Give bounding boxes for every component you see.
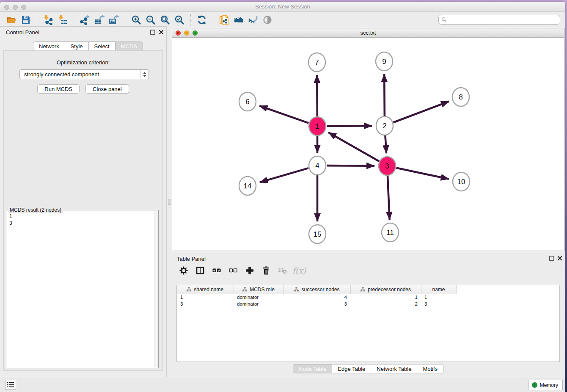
search-box[interactable]	[438, 15, 560, 25]
result-scrollbar[interactable]	[154, 211, 158, 367]
table-toolbar: f(x)	[179, 265, 304, 276]
graph-edge-2-3[interactable]	[385, 135, 386, 153]
column-shared-name[interactable]: shared name	[177, 285, 234, 294]
table-panel-title: Table Panel	[177, 256, 206, 262]
graph-edge-1-2[interactable]	[327, 126, 372, 126]
graph-node-label-1: 1	[315, 122, 319, 130]
graph-node-label-6: 6	[245, 98, 249, 106]
network-canvas[interactable]: 7968124314101511	[172, 38, 564, 251]
table-cell[interactable]: 3	[284, 301, 350, 307]
memory-label: Memory	[540, 382, 558, 388]
float-panel-icon[interactable]	[150, 30, 155, 35]
tab-network-table[interactable]: Network Table	[371, 364, 417, 373]
graph-edge-3-10[interactable]	[396, 168, 449, 179]
close-panel-button[interactable]: Close panel	[85, 84, 129, 94]
tab-node-table[interactable]: Node Table	[293, 364, 333, 373]
column-name[interactable]: name	[421, 285, 456, 294]
table-cell[interactable]: 1	[421, 294, 456, 301]
task-history-button[interactable]	[5, 380, 16, 390]
optimization-criterion-select[interactable]: strongly connected component	[19, 69, 149, 79]
graph-node-label-10: 10	[457, 178, 465, 186]
search-input[interactable]	[449, 17, 557, 23]
add-column-icon[interactable]	[245, 265, 255, 276]
table-cell[interactable]: 1	[177, 294, 234, 301]
mcds-result-list[interactable]: 13	[7, 211, 154, 367]
split-pane-handle[interactable]	[168, 199, 171, 205]
open-session-icon[interactable]	[5, 14, 18, 26]
network-graph-svg: 7968124314101511	[172, 38, 564, 251]
deselect-all-rows-icon[interactable]	[228, 265, 238, 276]
toolbar-separator	[190, 14, 191, 26]
hierarchy-icon	[294, 287, 299, 292]
tab-edge-table[interactable]: Edge Table	[332, 364, 371, 373]
function-builder-icon[interactable]: f(x)	[294, 265, 304, 276]
table-panel: Table Panel f(x)	[172, 252, 564, 376]
node-table[interactable]: shared name MCDS role successor nodes pr…	[176, 285, 560, 362]
delete-column-icon[interactable]	[261, 265, 271, 276]
tab-select[interactable]: Select	[89, 41, 116, 51]
table-header-row: shared name MCDS role successor nodes pr…	[177, 285, 456, 294]
mcds-panel: Optimization criterion: strongly connect…	[3, 50, 163, 371]
control-panel-tabs: Network Style Select MCDS	[33, 41, 143, 51]
network-window: scc.txt 7968124314101511	[172, 28, 564, 251]
tab-style[interactable]: Style	[65, 41, 89, 51]
import-table-icon[interactable]	[56, 14, 69, 26]
table-cell[interactable]: 4	[284, 294, 350, 301]
node-table-body: 1dominator4113dominator323	[177, 294, 456, 307]
graph-node-label-8: 8	[459, 93, 462, 101]
table-cell[interactable]: 3	[421, 301, 456, 307]
hide-graphics-details-icon[interactable]	[247, 14, 259, 26]
graph-edge-1-7[interactable]	[317, 75, 317, 117]
column-mcds-role[interactable]: MCDS role	[234, 285, 284, 294]
close-table-panel-icon[interactable]	[557, 256, 562, 261]
graph-edge-2-8[interactable]	[394, 102, 449, 123]
float-table-panel-icon[interactable]	[549, 256, 554, 261]
graph-node-label-14: 14	[244, 182, 252, 190]
refresh-view-icon[interactable]	[195, 14, 208, 26]
zoom-fit-icon[interactable]	[159, 14, 171, 26]
delete-table-icon[interactable]	[278, 265, 288, 276]
graph-edge-3-11[interactable]	[388, 175, 390, 220]
table-cell[interactable]: dominator	[234, 294, 284, 301]
application-window: Session: New Session	[0, 2, 565, 392]
select-all-rows-icon[interactable]	[212, 265, 222, 276]
graph-node-label-2: 2	[383, 122, 386, 130]
tab-motifs[interactable]: Motifs	[417, 364, 443, 373]
import-network-icon[interactable]	[42, 14, 55, 26]
save-session-icon[interactable]	[19, 14, 32, 26]
graph-edge-1-6[interactable]	[259, 106, 308, 123]
show-graphics-details-icon[interactable]	[261, 14, 274, 26]
table-settings-icon[interactable]	[179, 265, 189, 276]
graph-node-label-9: 9	[382, 58, 386, 66]
zoom-in-icon[interactable]	[130, 14, 143, 26]
graph-edge-4-14[interactable]	[260, 168, 308, 182]
column-successor-nodes[interactable]: successor nodes	[284, 285, 350, 294]
table-row[interactable]: 3dominator323	[177, 301, 456, 307]
home-icon[interactable]	[232, 14, 245, 26]
table-cell[interactable]: 2	[350, 301, 421, 307]
zoom-out-icon[interactable]	[144, 14, 157, 26]
graph-edge-2-9[interactable]	[384, 74, 385, 116]
column-layout-icon[interactable]	[195, 265, 205, 276]
graph-edge-3-1[interactable]	[328, 133, 379, 161]
network-document-icon[interactable]	[218, 14, 231, 26]
table-row[interactable]: 1dominator411	[177, 294, 456, 301]
close-panel-icon[interactable]	[159, 30, 164, 35]
table-cell[interactable]: 1	[350, 294, 421, 301]
zoom-selected-icon[interactable]	[173, 14, 186, 26]
tab-mcds[interactable]: MCDS	[116, 41, 143, 51]
run-mcds-button[interactable]: Run MCDS	[37, 84, 80, 94]
export-table-icon[interactable]	[93, 14, 106, 26]
title-bar: Session: New Session	[0, 2, 565, 12]
main-toolbar	[0, 12, 565, 28]
memory-button[interactable]: Memory	[528, 380, 563, 390]
graph-edge-4-3[interactable]	[327, 166, 374, 166]
tab-network[interactable]: Network	[33, 41, 65, 51]
network-window-titlebar[interactable]: scc.txt	[172, 28, 564, 38]
column-predecessor-nodes[interactable]: predecessor nodes	[350, 285, 421, 294]
table-cell[interactable]: 3	[177, 301, 234, 307]
export-network-icon[interactable]	[79, 14, 91, 26]
table-cell[interactable]: dominator	[234, 301, 284, 307]
control-panel: Control Panel Network Style Select MCDS …	[0, 26, 167, 377]
export-image-icon[interactable]	[107, 14, 120, 26]
